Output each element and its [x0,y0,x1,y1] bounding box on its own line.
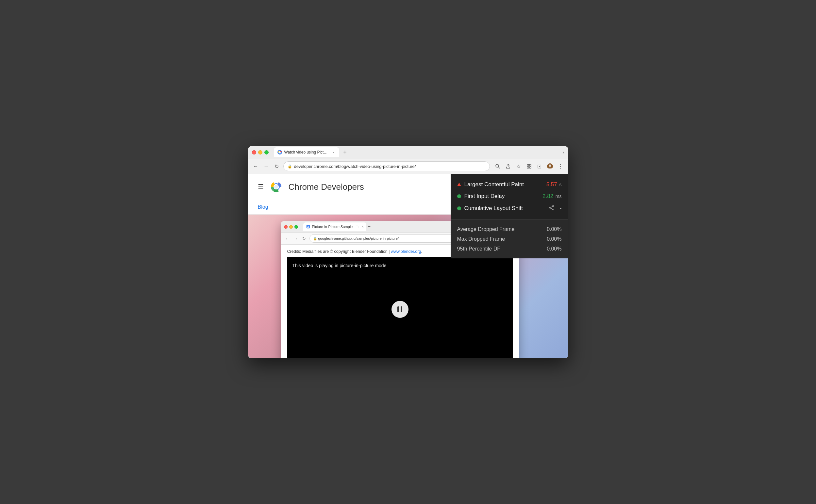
fid-label: First Input Delay [465,193,540,200]
svg-line-19 [551,206,552,207]
avg-dropped-frame-row: Average Dropped Frame 0.00% [457,224,562,234]
traffic-lights [252,150,269,154]
cls-value: - [560,205,562,212]
svg-point-10 [549,165,551,167]
maximize-button[interactable] [264,150,269,154]
percentile-frame-row: 95th Percentile DF 0.00% [457,244,562,254]
fid-row: First Input Delay 2.82 ms [457,190,562,202]
share-icon[interactable] [504,162,512,170]
lcp-label: Largest Contentful Paint [465,181,543,188]
url-text: developer.chrome.com/blog/watch-video-us… [294,164,416,169]
extensions-icon[interactable] [525,162,533,170]
toolbar-icons: ☆ ⊡ ⋮ [494,162,564,170]
avg-dropped-frame-label: Average Dropped Frame [457,226,547,232]
site-title: Chrome Developers [288,182,364,192]
minimize-button[interactable] [258,150,262,154]
search-icon[interactable] [494,162,502,170]
bookmark-icon[interactable]: ☆ [515,162,523,170]
pause-bar-left [397,306,399,312]
layout-icon[interactable]: ⊡ [536,162,544,170]
nested-tab-monitor-icon[interactable]: ⊡ [355,225,358,229]
tab-favicon [277,150,282,155]
svg-point-17 [549,207,551,208]
avg-dropped-frame-value: 0.00% [547,226,562,232]
new-tab-button[interactable]: + [340,148,350,157]
nested-forward-button[interactable]: → [292,235,299,242]
main-content: ☰ Chrome [248,174,568,358]
nested-back-button[interactable]: ← [284,235,290,242]
svg-line-4 [498,167,500,168]
hamburger-menu-icon[interactable]: ☰ [258,183,264,191]
cls-indicator [457,206,461,210]
svg-rect-7 [527,167,529,168]
video-player[interactable]: This video is playing in picture-in-pict… [287,257,513,358]
nested-minimize-button[interactable] [289,225,293,229]
nested-new-tab-button[interactable]: + [367,224,370,230]
close-tab-icon[interactable]: × [331,150,336,154]
max-dropped-frame-label: Max Dropped Frame [457,236,547,242]
blender-link[interactable]: www.blender.org [391,249,421,254]
fid-indicator [457,194,461,198]
pause-bar-right [400,306,402,312]
fid-unit: ms [556,194,562,199]
svg-rect-8 [530,167,531,168]
metrics-panel: Largest Contentful Paint 5.57 s First In… [451,174,568,258]
cls-label: Cumulative Layout Shift [465,205,546,212]
address-bar: ← → ↻ 🔒 developer.chrome.com/blog/watch-… [248,159,568,174]
nested-lock-icon: 🔒 [313,237,317,240]
lock-icon: 🔒 [287,164,292,169]
cls-row: Cumulative Layout Shift - [457,202,562,215]
video-overlay-text: This video is playing in picture-in-pict… [292,263,386,268]
frames-section: Average Dropped Frame 0.00% Max Dropped … [451,220,568,258]
nested-active-tab[interactable]: Picture-in-Picture Sample ⊡ × [303,222,366,231]
svg-point-18 [552,209,554,210]
svg-rect-6 [530,164,531,166]
svg-rect-5 [527,164,529,166]
close-button[interactable] [252,150,256,154]
lcp-indicator [457,183,461,186]
nested-maximize-button[interactable] [294,225,298,229]
title-bar: Watch video using Picture-in-P × + › [248,146,568,159]
chrome-logo [269,180,283,194]
share-icon[interactable] [549,205,555,212]
svg-point-16 [552,205,554,206]
percentile-frame-label: 95th Percentile DF [457,246,547,252]
menu-icon[interactable]: ⋮ [557,162,564,170]
max-dropped-frame-row: Max Dropped Frame 0.00% [457,234,562,244]
active-tab[interactable]: Watch video using Picture-in-P × [274,147,339,157]
nested-url-text: googlechrome.github.io/samples/picture-i… [318,236,399,240]
pause-icon [397,306,402,312]
profile-icon[interactable] [546,162,554,170]
lcp-row: Largest Contentful Paint 5.57 s [457,179,562,190]
nested-close-tab-icon[interactable]: × [361,225,363,229]
nested-traffic-lights [284,225,298,229]
cwv-section: Largest Contentful Paint 5.57 s First In… [451,174,568,220]
nested-tab-title: Picture-in-Picture Sample [312,225,353,229]
svg-point-14 [274,185,278,189]
percentile-frame-value: 0.00% [547,246,562,252]
nested-page-content: Credits: Media files are © copyright Ble… [281,245,519,358]
window-controls-arrow[interactable]: › [563,150,564,155]
fid-value: 2.82 ms [543,193,562,200]
max-dropped-frame-value: 0.00% [547,236,562,242]
nested-refresh-button[interactable]: ↻ [301,235,307,242]
url-bar[interactable]: 🔒 developer.chrome.com/blog/watch-video-… [283,161,490,171]
svg-line-20 [551,208,552,209]
nested-close-button[interactable] [284,225,287,229]
pause-button[interactable] [391,301,409,318]
blog-link[interactable]: Blog [258,204,268,210]
nested-tab-favicon [306,224,310,229]
svg-point-2 [279,152,280,153]
tab-bar: Watch video using Picture-in-P × + [274,147,416,157]
forward-button[interactable]: → [262,162,270,170]
lcp-value: 5.57 s [547,181,562,188]
browser-window: Watch video using Picture-in-P × + › ← →… [248,146,568,358]
refresh-button[interactable]: ↻ [273,162,281,170]
lcp-unit: s [560,182,562,187]
back-button[interactable]: ← [252,162,260,170]
tab-title: Watch video using Picture-in-P [284,150,329,154]
